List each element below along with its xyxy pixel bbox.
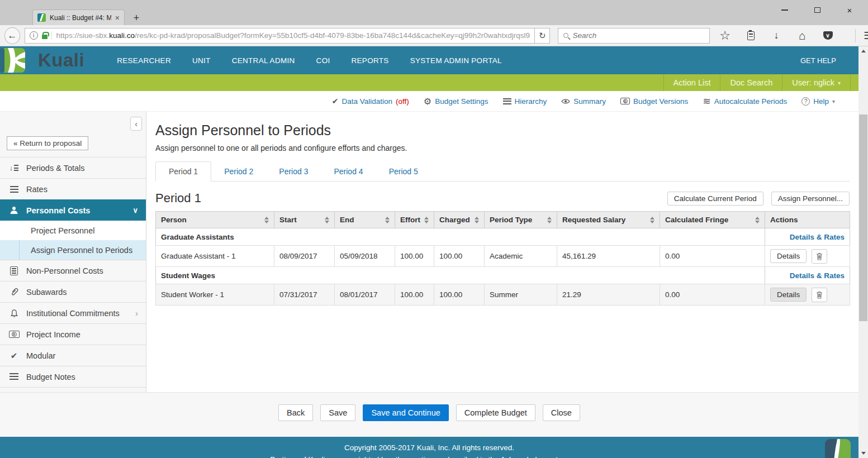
browser-back-button[interactable]: ← [4, 27, 20, 44]
col-charged[interactable]: Charged [434, 212, 485, 228]
details-rates-link[interactable]: Details & Rates [790, 271, 845, 280]
sidebar-item-subawards[interactable]: Subawards [0, 281, 146, 302]
nav-system-admin-portal[interactable]: SYSTEM ADMIN PORTAL [410, 56, 502, 65]
return-to-proposal-button[interactable]: « Return to proposal [7, 136, 88, 150]
sidebar-item-personnel-costs[interactable]: Personnel Costs ∨ [0, 199, 146, 221]
browser-search-input[interactable] [572, 31, 701, 40]
sidebar-item-project-personnel[interactable]: Project Personnel [0, 221, 146, 240]
menu-hamburger-icon[interactable]: ☰ [855, 29, 868, 42]
cell-person: Student Worker - 1 [156, 284, 274, 306]
details-button[interactable]: Details [770, 249, 807, 263]
bookmark-star-icon[interactable]: ☆ [719, 30, 731, 42]
check-icon: ✔ [8, 351, 20, 361]
tab-period-2[interactable]: Period 2 [211, 162, 266, 181]
scroll-down-button[interactable] [858, 449, 868, 458]
gear-icon: ⚙ [424, 96, 431, 107]
col-effort[interactable]: Effort [395, 212, 434, 228]
table-row: Student Worker - 1 07/31/2017 08/01/2017… [156, 284, 850, 306]
sort-amount-icon: ↓ [8, 165, 20, 171]
url-bar[interactable]: i https://siue-sbx.kuali.co/res/kc-pd-kr… [25, 28, 535, 44]
col-calculated-fringe[interactable]: Calculated Fringe [660, 212, 765, 228]
sidebar-menu: ↓ Periods & Totals Rates Personnel Costs… [0, 157, 146, 392]
sidebar-item-non-personnel-costs[interactable]: Non-Personnel Costs [0, 260, 146, 281]
delete-row-button[interactable] [812, 288, 827, 302]
budget-sidebar: ‹ « Return to proposal ↓ Periods & Total… [0, 112, 146, 392]
sort-icon [755, 217, 760, 223]
reading-list-icon[interactable] [744, 30, 757, 42]
complete-budget-button[interactable]: Complete Budget [456, 404, 535, 421]
user-menu[interactable]: User: nglick▾ [782, 74, 850, 91]
page-subtitle: Assign personnel to one or all periods a… [155, 144, 850, 152]
assign-personnel-button[interactable]: Assign Personnel... [771, 192, 850, 206]
doc-search-link[interactable]: Doc Search [720, 74, 782, 91]
action-footer: Back Save Save and Continue Complete Bud… [0, 392, 858, 437]
sidebar-item-institutional-commitments[interactable]: Institutional Commitments › [0, 302, 146, 323]
save-and-continue-button[interactable]: Save and Continue [363, 404, 448, 421]
sidebar-item-modular[interactable]: ✔ Modular [0, 345, 146, 366]
portal-bar: Action List Doc Search User: nglick▾ [0, 74, 858, 91]
col-requested-salary[interactable]: Requested Salary [557, 212, 660, 228]
sidebar-item-assign-personnel-to-periods[interactable]: Assign Personnel to Periods [0, 240, 146, 260]
window-maximize-button[interactable] [809, 3, 826, 17]
tab-period-3[interactable]: Period 3 [266, 162, 321, 181]
page-info-icon[interactable]: i [30, 31, 38, 40]
tab-period-5[interactable]: Period 5 [376, 162, 431, 181]
help-question-icon: ? [801, 97, 810, 106]
delete-row-button[interactable] [812, 249, 827, 264]
downloads-icon[interactable]: ↓ [770, 30, 782, 42]
nav-researcher[interactable]: RESEARCHER [117, 56, 171, 65]
https-lock-icon[interactable] [42, 35, 48, 39]
sidebar-item-rates[interactable]: Rates [0, 178, 146, 199]
summary-link[interactable]: Summary [561, 97, 606, 106]
tab-period-1[interactable]: Period 1 [155, 161, 211, 182]
autocalculate-periods-link[interactable]: ≋ Autocalculate Periods [703, 96, 787, 107]
get-help-link[interactable]: GET HELP [800, 56, 836, 65]
nav-central-admin[interactable]: CENTRAL ADMIN [232, 56, 295, 65]
table-row: Graduate Assistant - 1 08/09/2017 05/09/… [156, 246, 850, 267]
tab-period-4[interactable]: Period 4 [321, 162, 376, 181]
reload-button[interactable]: ↻ [535, 28, 551, 44]
save-button[interactable]: Save [320, 404, 355, 421]
details-button[interactable]: Details [770, 288, 807, 302]
help-menu[interactable]: ? Help ▾ [801, 97, 835, 106]
nav-reports[interactable]: REPORTS [352, 56, 389, 65]
window-close-button[interactable]: × [841, 3, 858, 17]
close-button[interactable]: Close [543, 404, 580, 421]
sidebar-item-budget-summary[interactable]: Budget Summary [0, 387, 146, 392]
pocket-icon[interactable]: ∨ [822, 30, 834, 42]
details-rates-link[interactable]: Details & Rates [790, 233, 845, 241]
budget-versions-link[interactable]: 0 Budget Versions [620, 97, 688, 106]
home-icon[interactable]: ⌂ [796, 30, 808, 42]
scrollbar-thumb[interactable] [859, 115, 867, 321]
page-scrollbar[interactable] [858, 46, 868, 458]
calculate-current-period-button[interactable]: Calculate Current Period [667, 192, 763, 206]
data-validation-link[interactable]: ✔ Data Validation (off) [332, 97, 409, 106]
col-start[interactable]: Start [274, 212, 335, 228]
action-list-link[interactable]: Action List [663, 74, 720, 91]
chevron-right-icon: › [135, 308, 138, 318]
cell-effort: 100.00 [395, 246, 434, 267]
nav-coi[interactable]: COI [316, 56, 330, 65]
sidebar-item-budget-notes[interactable]: Budget Notes [0, 366, 146, 387]
hierarchy-list-icon [503, 98, 511, 104]
sidebar-item-periods-totals[interactable]: ↓ Periods & Totals [0, 157, 146, 178]
col-person[interactable]: Person [156, 212, 274, 228]
sidebar-item-project-income[interactable]: 0 Project Income [0, 323, 146, 345]
new-tab-button[interactable]: + [130, 12, 143, 24]
col-end[interactable]: End [335, 212, 395, 228]
cell-period-type: Academic [485, 246, 557, 267]
cell-calculated-fringe: 0.00 [660, 246, 765, 267]
tab-close-icon[interactable]: × [115, 13, 120, 22]
window-minimize-button[interactable] [776, 3, 793, 17]
back-button[interactable]: Back [278, 404, 313, 421]
nav-unit[interactable]: UNIT [192, 56, 211, 65]
cell-requested-salary: 45,161.29 [557, 246, 660, 267]
hierarchy-link[interactable]: Hierarchy [503, 97, 547, 106]
sidebar-collapse-button[interactable]: ‹ [130, 117, 142, 131]
browser-tab[interactable]: Kuali :: Budget #4: My Budg × [32, 9, 125, 25]
kuali-logo[interactable] [0, 46, 26, 74]
scroll-up-button[interactable] [858, 46, 868, 55]
col-period-type[interactable]: Period Type [485, 212, 557, 228]
browser-search-box[interactable] [558, 28, 710, 44]
budget-settings-link[interactable]: ⚙ Budget Settings [424, 96, 488, 107]
